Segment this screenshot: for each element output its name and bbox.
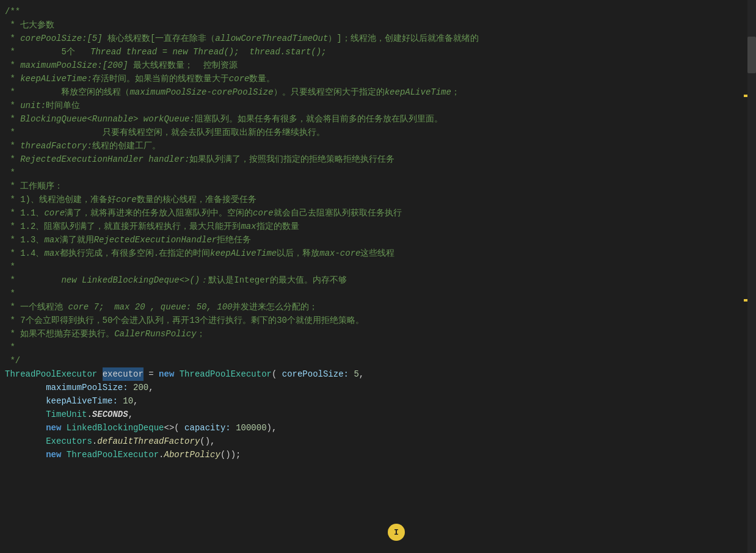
line-23: * 一个线程池 core 7; max 20 , queue: 50, 100并… — [0, 300, 756, 314]
line-7: * 释放空闲的线程（maximumPoolSize-corePoolSize）。… — [0, 85, 756, 99]
line-5: * maximumPoolSize:[200] 最大线程数量； 控制资源 — [0, 59, 756, 72]
line-12: * RejectedExecutionHandler handler:如果队列满… — [0, 153, 756, 166]
line-18: * 1.3、max满了就用RejectedExecutionHandler拒绝任… — [0, 233, 756, 247]
line-31: TimeUnit.SECONDS, — [0, 408, 756, 421]
line-10: * 只要有线程空闲，就会去队列里面取出新的任务继续执行。 — [0, 126, 756, 139]
line-19: * 1.4、max都执行完成，有很多空闲.在指定的时间keepALiveTime… — [0, 247, 756, 260]
line-24: * 7个会立即得到执行，50个会进入队列，再开13个进行执行。剩下的30个就使用… — [0, 314, 756, 327]
line-4: * 5个 Thread thread = new Thread(); threa… — [0, 45, 756, 59]
line-21: * new LinkedBlockingDeque<>()：默认是Integer… — [0, 273, 756, 287]
scrollbar-right[interactable] — [747, 0, 756, 553]
line-30: keepAliveTime: 10, — [0, 394, 756, 408]
line-15: * 1)、线程池创建，准备好core数量的核心线程，准备接受任务 — [0, 193, 756, 206]
line-20: * — [0, 260, 756, 273]
line-14: * 工作顺序： — [0, 179, 756, 193]
line-32: new LinkedBlockingDeque<>( capacity: 100… — [0, 421, 756, 435]
line-25: * 如果不想抛弃还要执行。CallerRunsPolicy； — [0, 327, 756, 341]
line-2: * 七大参数 — [0, 18, 756, 32]
line-27: */ — [0, 354, 756, 367]
minimap-indicator-1 — [744, 95, 747, 97]
line-6: * keepALiveTime:存活时间。如果当前的线程数量大于core数量。 — [0, 72, 756, 85]
line-33: Executors.defaultThreadFactory(), — [0, 435, 756, 448]
line-13: * — [0, 166, 756, 179]
cursor-dot: I — [388, 524, 405, 541]
line-34: new ThreadPoolExecutor.AbortPolicy()); — [0, 448, 756, 461]
scrollbar-thumb[interactable] — [747, 37, 756, 73]
code-area: /** * 七大参数 * corePoolSize:[5] 核心线程数[一直存在… — [0, 0, 756, 466]
line-1: /** — [0, 5, 756, 18]
line-8: * unit:时间单位 — [0, 99, 756, 112]
line-1-content: /** — [5, 5, 20, 18]
line-3: * corePoolSize:[5] 核心线程数[一直存在除非（allowCor… — [0, 32, 756, 45]
line-16: * 1.1、core满了，就将再进来的任务放入阻塞队列中。空闲的core就会自己… — [0, 206, 756, 220]
line-29: maximumPoolSize: 200, — [0, 381, 756, 394]
line-17: * 1.2、阻塞队列满了，就直接开新线程执行，最大只能开到max指定的数量 — [0, 220, 756, 233]
line-11: * threadFactory:线程的创建工厂。 — [0, 139, 756, 153]
line-22: * — [0, 287, 756, 300]
editor-container: /** * 七大参数 * corePoolSize:[5] 核心线程数[一直存在… — [0, 0, 756, 553]
minimap-indicator-2 — [744, 299, 747, 302]
line-28: ThreadPoolExecutor executor = new Thread… — [0, 367, 756, 381]
line-9: * BlockingQueue<Runnable> workQueue:阻塞队列… — [0, 112, 756, 126]
line-26: * — [0, 341, 756, 354]
